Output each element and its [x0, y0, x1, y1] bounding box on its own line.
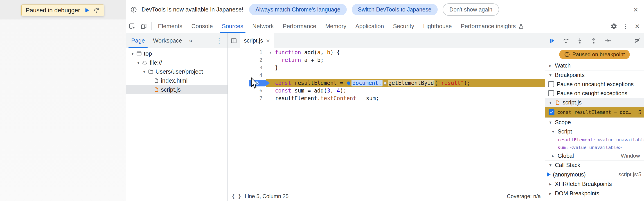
line-number-gutter[interactable]: 6	[228, 87, 266, 94]
device-toolbar-icon[interactable]	[138, 19, 150, 33]
pause-uncaught-exceptions-row[interactable]: Pause on uncaught exceptions	[545, 80, 644, 89]
coverage-status[interactable]: Coverage: n/a	[507, 193, 541, 200]
cloud-icon	[142, 60, 148, 66]
expander-icon[interactable]: ▾	[135, 60, 142, 65]
close-tab-icon[interactable]: ×	[266, 38, 270, 44]
always-match-chromes-language-button[interactable]: Always match Chrome's language	[249, 4, 346, 15]
pause-uncaught-label: Pause on uncaught exceptions	[557, 81, 634, 88]
panel-tab-network[interactable]: Network	[248, 19, 278, 33]
step-over-icon[interactable]	[562, 37, 569, 44]
breakpoint-entry[interactable]: const resultElement = doc… 5	[545, 107, 644, 118]
code-text: const sum = add(3, 4);	[275, 88, 346, 94]
pause-caught-checkbox[interactable]	[548, 90, 554, 96]
code-token: }	[275, 64, 278, 71]
step-into-icon[interactable]	[576, 37, 583, 44]
breakpoint-file-group[interactable]: ▾ script.js	[545, 98, 644, 107]
toggle-navigator-icon[interactable]	[228, 33, 240, 48]
code-line-body: }	[266, 64, 545, 72]
code-line-1[interactable]: 1▾function add(a, b) {	[228, 48, 545, 56]
code-line-4[interactable]: 4	[228, 72, 545, 79]
devtools-window: DevTools is now available in Japanese! A…	[126, 0, 644, 201]
expander-icon[interactable]: ▾	[141, 69, 148, 74]
variable-value: <value unavailable>	[570, 145, 622, 150]
code-line-6[interactable]: 6const sum = add(3, 4);	[228, 87, 545, 94]
step-icon[interactable]	[604, 37, 611, 44]
expander-icon[interactable]: ▾	[130, 51, 136, 56]
pretty-print-icon[interactable]: { }	[232, 193, 241, 199]
tree-item-index-html[interactable]: index.html	[126, 76, 228, 85]
inline-breakpoint-marker[interactable]	[384, 82, 386, 85]
deactivate-breakpoints-icon[interactable]	[634, 37, 640, 44]
breakpoint-checkbox[interactable]	[548, 110, 554, 115]
panel-tab-application[interactable]: Application	[351, 19, 388, 33]
frame-icon	[136, 51, 142, 56]
tree-item-label: Users/user/project	[156, 68, 203, 75]
tree-item-script-js[interactable]: script.js	[126, 85, 228, 94]
infobar-close-icon[interactable]: ×	[632, 6, 640, 14]
inspect-element-icon[interactable]	[126, 19, 138, 33]
switch-devtools-to-japanese-button[interactable]: Switch DevTools to Japanese	[352, 4, 438, 15]
panel-tab-memory[interactable]: Memory	[321, 19, 351, 33]
code-line-5[interactable]: 5const resultElement = document.getEleme…	[228, 79, 545, 87]
section-call-stack[interactable]: ▾ Call Stack	[545, 160, 644, 170]
frame-location: script.js:5	[618, 171, 641, 178]
settings-gear-icon[interactable]	[608, 19, 620, 33]
line-number-gutter[interactable]: 5	[228, 79, 266, 87]
code-editor[interactable]: 1▾function add(a, b) {2 return a + b;3}4…	[228, 48, 545, 191]
chevron-right-icon: ▸	[547, 182, 554, 186]
resume-script-icon[interactable]	[548, 37, 555, 44]
infobar-buttons: Always match Chrome's languageSwitch Dev…	[249, 4, 499, 16]
line-number-gutter[interactable]: 1	[228, 48, 266, 56]
panel-tab-sources[interactable]: Sources	[217, 19, 248, 33]
more-tabs-icon[interactable]: »	[186, 37, 195, 44]
code-line-2[interactable]: 2 return a + b;	[228, 56, 545, 64]
call-stack-frame[interactable]: (anonymous) script.js:5	[545, 170, 644, 179]
line-number-gutter[interactable]: 4	[228, 72, 266, 79]
scope-global-row[interactable]: ▸ Global Window	[545, 151, 644, 160]
navigator-menu-icon[interactable]: ⋮	[212, 37, 226, 44]
step-over-icon[interactable]	[93, 7, 100, 14]
dont-show-again-button[interactable]: Don't show again	[442, 4, 499, 16]
pause-uncaught-checkbox[interactable]	[548, 81, 554, 87]
panel-tab-performance[interactable]: Performance	[278, 19, 321, 33]
code-line-7[interactable]: 7resultElement.textContent = sum;	[228, 94, 545, 102]
code-token: ) {	[330, 49, 340, 56]
scope-variable-sum[interactable]: sum: <value unavailable>	[545, 144, 644, 151]
navigator-tab-page[interactable]: Page	[127, 33, 149, 48]
section-xhr-breakpoints[interactable]: ▸ XHR/fetch Breakpoints	[545, 179, 644, 188]
tree-item-top[interactable]: ▾top	[126, 49, 228, 58]
resume-script-icon[interactable]	[83, 7, 90, 14]
step-out-icon[interactable]	[590, 37, 597, 44]
editor-tab-script-js[interactable]: script.js ×	[240, 33, 274, 48]
code-text: const resultElement = document.getElemen…	[275, 80, 470, 86]
paused-badge-row: Paused on breakpoint	[545, 48, 644, 61]
code-line-3[interactable]: 3}	[228, 64, 545, 72]
line-number-gutter[interactable]: 3	[228, 64, 266, 72]
inline-breakpoint-marker[interactable]	[347, 82, 350, 85]
more-options-icon[interactable]: ⋮	[620, 19, 632, 33]
scope-script-row[interactable]: ▾ Script	[545, 127, 644, 136]
code-text: }	[275, 64, 278, 71]
tree-item-project-folder[interactable]: ▾Users/user/project	[126, 67, 228, 76]
panel-tab-elements[interactable]: Elements	[154, 19, 187, 33]
panel-tab-console[interactable]: Console	[187, 19, 217, 33]
chevron-down-icon: ▾	[547, 72, 554, 78]
code-token	[275, 57, 282, 63]
pause-caught-exceptions-row[interactable]: Pause on caught exceptions	[545, 89, 644, 98]
code-token: );	[464, 80, 470, 86]
scope-variable-resultelement[interactable]: resultElement: <value unavailable>	[545, 136, 644, 144]
code-token: const	[275, 88, 291, 94]
line-number-gutter[interactable]: 2	[228, 56, 266, 64]
section-breakpoints[interactable]: ▾ Breakpoints	[545, 70, 644, 80]
tree-item-file-scheme[interactable]: ▾file://	[126, 58, 228, 67]
panel-tab-performance-insights[interactable]: Performance insights	[456, 19, 529, 33]
variable-name: resultElement:	[558, 137, 596, 142]
close-devtools-icon[interactable]: ×	[632, 19, 643, 33]
section-scope[interactable]: ▾ Scope	[545, 118, 644, 127]
section-dom-breakpoints[interactable]: ▸ DOM Breakpoints	[545, 188, 644, 198]
section-watch[interactable]: ▸ Watch	[545, 61, 644, 70]
navigator-tab-workspace[interactable]: Workspace	[149, 33, 186, 48]
line-number-gutter[interactable]: 7	[228, 94, 266, 102]
panel-tab-security[interactable]: Security	[388, 19, 419, 33]
panel-tab-lighthouse[interactable]: Lighthouse	[418, 19, 456, 33]
